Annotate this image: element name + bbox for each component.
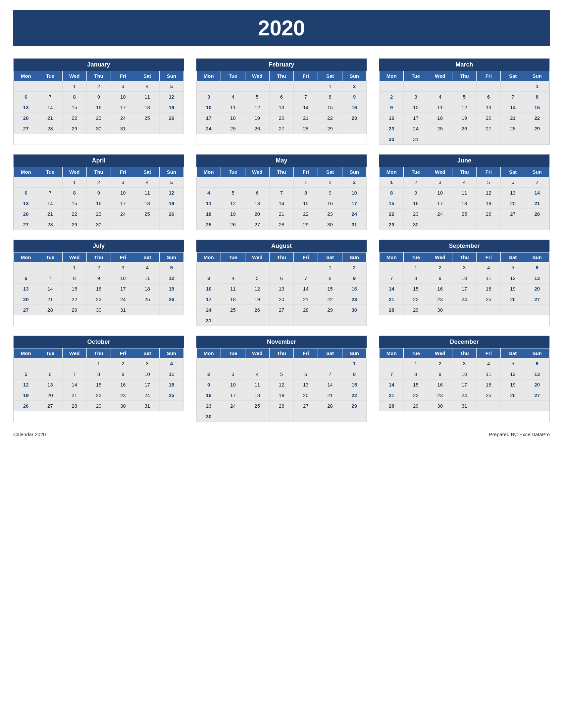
day-header-tue: Tue xyxy=(404,71,428,81)
calendar-day xyxy=(525,401,549,411)
calendar-day: 25 xyxy=(197,219,221,230)
day-header-tue: Tue xyxy=(404,348,428,358)
day-header-mon: Mon xyxy=(14,252,38,262)
calendar-day: 16 xyxy=(86,102,111,113)
month-table: MonTueWedThuFriSatSun1234567891011121314… xyxy=(379,167,549,230)
calendar-day: 4 xyxy=(221,92,245,102)
day-header-fri: Fri xyxy=(294,252,318,262)
day-header-sat: Sat xyxy=(501,348,525,358)
calendar-day: 13 xyxy=(14,284,38,294)
calendar-day: 24 xyxy=(135,390,159,401)
calendar-day xyxy=(452,305,476,315)
calendar-day: 30 xyxy=(318,219,342,230)
calendar-day xyxy=(294,411,318,422)
calendar-day: 14 xyxy=(38,198,62,209)
calendar-day: 14 xyxy=(525,188,549,198)
month-title: November xyxy=(196,336,367,348)
calendar-day: 6 xyxy=(477,92,501,102)
calendar-day xyxy=(245,358,269,369)
calendar-day xyxy=(428,219,452,230)
day-header-wed: Wed xyxy=(62,348,86,358)
calendar-day: 30 xyxy=(111,401,135,411)
calendar-day: 15 xyxy=(318,102,342,113)
calendar-day: 13 xyxy=(294,380,318,390)
calendar-day: 23 xyxy=(404,209,428,219)
calendar-day: 12 xyxy=(245,284,269,294)
calendar-day: 7 xyxy=(380,369,404,380)
calendar-day: 1 xyxy=(62,262,86,273)
calendar-day: 29 xyxy=(380,219,404,230)
calendar-day: 9 xyxy=(380,102,404,113)
calendar-day: 8 xyxy=(342,369,366,380)
month-title: December xyxy=(379,336,549,348)
calendar-day: 6 xyxy=(14,188,38,198)
calendar-day: 14 xyxy=(294,102,318,113)
calendar-day: 30 xyxy=(380,134,404,145)
calendar-day xyxy=(380,262,404,273)
calendar-day: 30 xyxy=(404,219,428,230)
calendar-day xyxy=(525,219,549,230)
calendar-day: 11 xyxy=(135,92,159,102)
calendar-day: 5 xyxy=(245,273,269,284)
calendar-day xyxy=(452,219,476,230)
calendar-day: 22 xyxy=(86,390,111,401)
calendar-day: 20 xyxy=(14,113,38,123)
calendar-day: 19 xyxy=(159,198,183,209)
calendar-day: 8 xyxy=(380,188,404,198)
calendar-day: 23 xyxy=(342,113,366,123)
calendar-day: 26 xyxy=(269,401,294,411)
calendar-day: 3 xyxy=(197,273,221,284)
calendar-day: 5 xyxy=(245,92,269,102)
calendar-day: 15 xyxy=(404,284,428,294)
calendar-day: 13 xyxy=(525,273,549,284)
day-header-mon: Mon xyxy=(14,348,38,358)
calendar-day: 24 xyxy=(452,390,476,401)
calendar-day: 1 xyxy=(525,81,549,92)
day-header-tue: Tue xyxy=(404,167,428,177)
calendar-day: 4 xyxy=(135,81,159,92)
calendar-day: 27 xyxy=(38,401,62,411)
day-header-fri: Fri xyxy=(477,167,501,177)
calendar-day: 7 xyxy=(38,92,62,102)
day-header-sun: Sun xyxy=(525,348,549,358)
day-header-mon: Mon xyxy=(380,252,404,262)
calendar-day: 29 xyxy=(525,123,549,134)
calendar-day: 28 xyxy=(38,219,62,230)
calendar-day: 16 xyxy=(86,284,111,294)
calendar-day: 20 xyxy=(525,284,549,294)
day-header-mon: Mon xyxy=(14,167,38,177)
calendar-day: 23 xyxy=(428,294,452,305)
calendar-day: 31 xyxy=(197,315,221,326)
calendar-day: 16 xyxy=(380,113,404,123)
calendar-day xyxy=(14,81,38,92)
calendar-day: 6 xyxy=(14,273,38,284)
calendar-day: 17 xyxy=(197,113,221,123)
calendar-grid: JanuaryMonTueWedThuFriSatSun123456789101… xyxy=(13,58,550,422)
calendar-day: 31 xyxy=(111,305,135,315)
calendar-day: 5 xyxy=(501,358,525,369)
calendar-day: 5 xyxy=(159,177,183,188)
calendar-day: 23 xyxy=(342,294,366,305)
calendar-day: 17 xyxy=(135,380,159,390)
calendar-day xyxy=(294,358,318,369)
calendar-day: 15 xyxy=(525,102,549,113)
calendar-day: 3 xyxy=(197,92,221,102)
calendar-day: 2 xyxy=(86,81,111,92)
calendar-day: 12 xyxy=(221,198,245,209)
calendar-day: 17 xyxy=(111,198,135,209)
calendar-day: 27 xyxy=(525,294,549,305)
calendar-day: 20 xyxy=(245,209,269,219)
calendar-day: 28 xyxy=(38,305,62,315)
month-title: April xyxy=(14,155,184,167)
month-table: MonTueWedThuFriSatSun1234567891011121314… xyxy=(196,348,367,422)
calendar-day: 15 xyxy=(342,380,366,390)
calendar-day xyxy=(294,262,318,273)
calendar-day: 11 xyxy=(477,273,501,284)
calendar-day: 11 xyxy=(135,273,159,284)
calendar-day: 26 xyxy=(221,219,245,230)
calendar-day: 16 xyxy=(342,102,366,113)
calendar-day: 3 xyxy=(404,92,428,102)
calendar-day: 10 xyxy=(452,369,476,380)
calendar-day: 26 xyxy=(245,123,269,134)
calendar-day: 28 xyxy=(294,305,318,315)
